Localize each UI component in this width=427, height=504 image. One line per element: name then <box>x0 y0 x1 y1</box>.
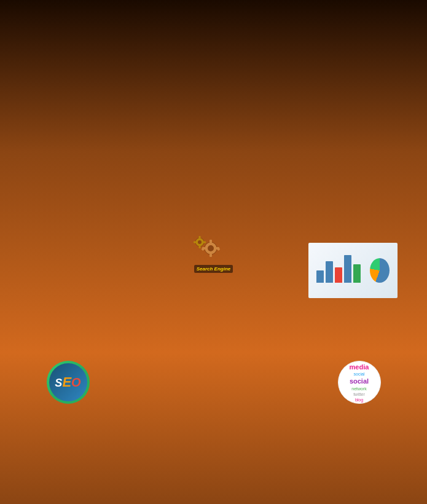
strip-image-3: Search Engine <box>216 243 305 298</box>
image-strip: Google <box>8 230 420 307</box>
chart-bars <box>313 255 364 286</box>
gears-icon <box>216 243 235 265</box>
browser-window: ⤢ SEO Optimizer HOME <box>8 0 420 504</box>
social-icon: media social social network twitter blog <box>338 361 381 404</box>
search-engine-label: Search Engine <box>216 265 233 273</box>
strip-image-4 <box>308 243 398 298</box>
pie-chart <box>370 258 390 283</box>
site-content: SEO Optimizer HOME SERVICES ABOUT US BLO… <box>8 25 420 504</box>
content-marketing-icon: SEO <box>47 361 90 404</box>
